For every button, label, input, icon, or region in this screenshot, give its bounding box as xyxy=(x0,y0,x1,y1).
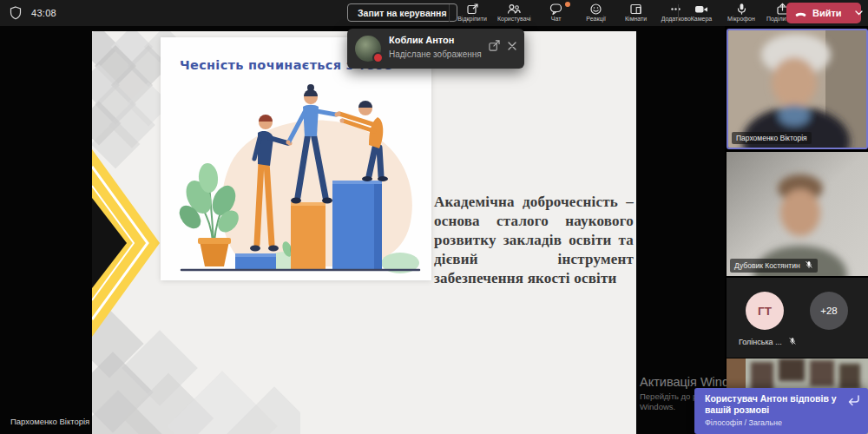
slide-body-text: Академічна доброчесність – основа сталог… xyxy=(434,193,634,288)
breakout-rooms-button[interactable]: Кімнати xyxy=(616,0,656,26)
reactions-button[interactable]: Реакції xyxy=(576,0,616,26)
reply-arrow-icon xyxy=(847,394,860,406)
presentation-slide: Чесність починається з тебе xyxy=(92,31,636,434)
video-feed xyxy=(727,152,868,276)
people-icon xyxy=(507,3,521,15)
participants-sidebar: Пархоменко Вікторія Дубовик Костянтин xyxy=(727,26,868,434)
chat-unread-badge xyxy=(565,2,570,7)
busy-status-dot xyxy=(372,52,384,63)
chat-reply-notification[interactable]: Користувач Антон відповів у вашій розмов… xyxy=(694,388,868,434)
rooms-icon xyxy=(629,3,642,15)
teams-meeting-window: 43:08 Запит на керування Відкріпити Кори… xyxy=(0,0,868,434)
video-feed xyxy=(728,30,866,148)
toast-actions xyxy=(489,40,516,51)
participant-name: Дубовик Костянтин xyxy=(734,261,800,270)
slide-illustration-card: Чесність починається з тебе xyxy=(161,37,431,280)
participant-name-chip: Дубовик Костянтин xyxy=(730,259,818,273)
camera-button[interactable]: Камера xyxy=(681,0,721,26)
unpin-icon xyxy=(466,3,479,15)
security-shield-icon xyxy=(10,6,22,23)
toolbar-divider xyxy=(678,4,679,22)
meeting-toolbar: 43:08 Запит на керування Відкріпити Кори… xyxy=(0,0,868,26)
leave-button-label: Вийти xyxy=(812,8,842,18)
participants-button[interactable]: Користувачі xyxy=(492,0,536,26)
chevron-down-icon[interactable] xyxy=(855,10,863,16)
microphone-button[interactable]: Мікрофон xyxy=(721,0,761,26)
meeting-timer: 43:08 xyxy=(31,8,56,18)
overflow-count-badge[interactable]: +28 xyxy=(810,292,848,330)
toolbar-center-group: Відкріпити Користувачі Чат Реакції xyxy=(452,0,696,26)
notification-title: Користувач Антон відповів у вашій розмов… xyxy=(705,393,842,416)
teamwork-illustration xyxy=(161,82,431,279)
camera-icon xyxy=(694,3,708,15)
notification-channel: Філософія / Загальне xyxy=(705,418,782,427)
participant-name: Пархоменко Вікторія xyxy=(736,134,807,142)
microphone-icon xyxy=(735,3,748,15)
video-tile-dubovyk[interactable]: Дубовик Костянтин xyxy=(727,152,868,276)
chat-icon xyxy=(549,3,562,15)
leave-button[interactable]: Вийти xyxy=(786,3,861,23)
avatar-initials: ГТ xyxy=(746,292,784,330)
avatar-tile-holinska[interactable]: ГТ +28 Голінська ... xyxy=(727,278,868,358)
message-toast[interactable]: Коблик Антон Надіслане зображення xyxy=(347,29,524,69)
reactions-icon xyxy=(589,3,602,15)
presenter-name-label: Пархоменко Вікторія xyxy=(10,417,89,426)
unpin-button[interactable]: Відкріпити xyxy=(452,0,492,26)
toast-sender-name: Коблик Антон xyxy=(389,35,454,45)
more-icon xyxy=(669,3,682,15)
shared-screen-stage: Чесність починається з тебе xyxy=(0,26,725,434)
toolbar-device-group: Камера Мікрофон Поділитися xyxy=(681,0,804,26)
participant-name-chip: Пархоменко Вікторія xyxy=(732,132,812,144)
video-tile-parkhomenko[interactable]: Пархоменко Вікторія xyxy=(727,29,868,149)
toast-message-preview: Надіслане зображення xyxy=(389,49,482,59)
participant-name: Голінська ... xyxy=(739,338,782,346)
chat-button[interactable]: Чат xyxy=(536,0,576,26)
request-control-button[interactable]: Запит на керування xyxy=(347,3,457,22)
popout-icon[interactable] xyxy=(489,40,500,51)
hang-up-phone-icon xyxy=(794,8,807,19)
close-icon[interactable] xyxy=(508,42,516,50)
toolbar-divider xyxy=(449,4,450,22)
participant-name-row: Голінська ... xyxy=(739,337,797,347)
mic-off-icon xyxy=(788,337,797,347)
mic-off-icon xyxy=(805,260,813,271)
